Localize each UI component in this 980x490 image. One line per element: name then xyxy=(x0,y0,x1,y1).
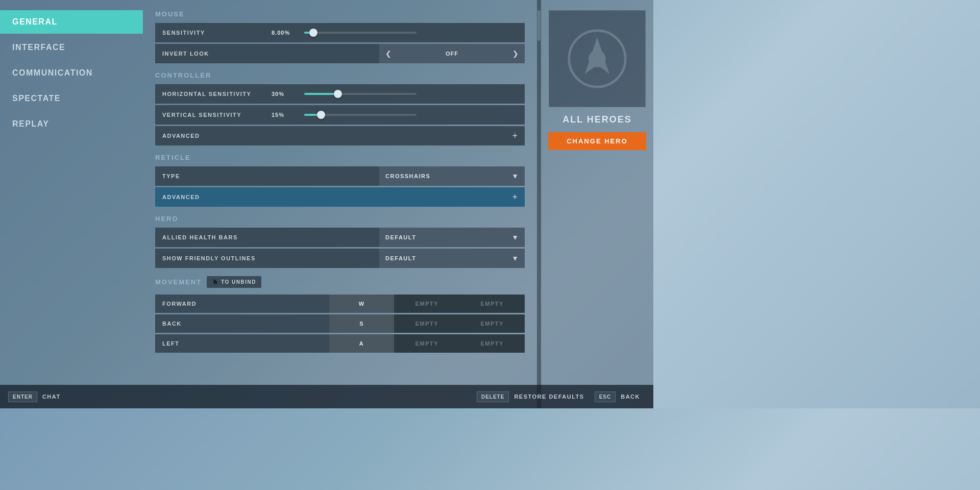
keybind-key-forward[interactable]: W xyxy=(329,295,395,313)
allied-health-value: DEFAULT xyxy=(385,234,416,240)
restore-defaults-label[interactable]: RESTORE DEFAULTS xyxy=(514,394,584,400)
keybind-row-forward: FORWARD W EMPTY EMPTY xyxy=(155,295,525,313)
friendly-outlines-dropdown[interactable]: DEFAULT ▼ xyxy=(379,249,525,268)
bottom-bar: ENTER CHAT DELETE RESTORE DEFAULTS ESC B… xyxy=(0,385,653,408)
unbind-icon: 🖱 xyxy=(212,278,218,286)
controller-section-header: CONTROLLER xyxy=(155,71,525,79)
mouse-section-header: MOUSE xyxy=(155,10,525,18)
scroll-track[interactable] xyxy=(537,0,541,408)
reticle-type-label: TYPE xyxy=(155,173,379,179)
friendly-outlines-label: SHOW FRIENDLY OUTLINES xyxy=(155,255,379,261)
scroll-thumb[interactable] xyxy=(537,10,541,41)
reticle-advanced-plus-icon: + xyxy=(512,192,518,203)
vertical-sensitivity-value: 15% xyxy=(272,112,297,118)
reticle-type-arrow: ▼ xyxy=(511,172,519,180)
friendly-outlines-value: DEFAULT xyxy=(385,255,416,261)
keybind-extra2-left[interactable]: EMPTY xyxy=(459,334,525,353)
invert-look-row: INVERT LOOK ❮ OFF ❯ xyxy=(155,44,525,63)
keybind-extra1-forward[interactable]: EMPTY xyxy=(394,295,459,313)
back-label[interactable]: BACK xyxy=(621,394,640,400)
reticle-advanced-row[interactable]: ADVANCED + xyxy=(155,187,525,207)
sidebar-item-interface[interactable]: INTERFACE xyxy=(0,36,143,59)
right-panel: ALL HEROES CHANGE HERO xyxy=(541,0,653,408)
movement-section-title: MOVEMENT xyxy=(155,278,202,286)
allied-health-dropdown[interactable]: DEFAULT ▼ xyxy=(379,228,525,247)
controller-advanced-row[interactable]: ADVANCED + xyxy=(155,126,525,145)
allied-health-arrow: ▼ xyxy=(511,233,519,241)
sidebar-item-spectate[interactable]: SPECTATE xyxy=(0,87,143,110)
delete-key: DELETE xyxy=(477,391,509,402)
all-heroes-label: ALL HEROES xyxy=(562,114,632,125)
change-hero-button[interactable]: CHANGE HERO xyxy=(548,132,646,150)
unbind-badge[interactable]: 🖱 TO UNBIND xyxy=(207,276,261,288)
keybind-key-back[interactable]: S xyxy=(329,314,395,333)
invert-look-value: OFF xyxy=(446,51,458,57)
allied-health-label: ALLIED HEALTH BARS xyxy=(155,234,379,240)
main-container: GENERAL INTERFACE COMMUNICATION SPECTATE… xyxy=(0,0,653,408)
horizontal-sensitivity-value: 30% xyxy=(272,91,297,97)
sidebar-item-replay[interactable]: REPLAY xyxy=(0,112,143,136)
horizontal-sensitivity-slider[interactable] xyxy=(304,93,416,95)
vertical-sensitivity-row: VERTICAL SENSITIVITY 15% xyxy=(155,105,525,125)
vertical-sensitivity-label: VERTICAL SENSITIVITY xyxy=(162,112,264,118)
invert-look-label: INVERT LOOK xyxy=(155,51,379,57)
hero-portrait xyxy=(549,10,646,107)
invert-right-arrow[interactable]: ❯ xyxy=(512,50,519,58)
horizontal-sensitivity-label: HORIZONTAL SENSITIVITY xyxy=(162,91,264,97)
chat-label: CHAT xyxy=(42,394,61,400)
enter-key: ENTER xyxy=(8,391,37,402)
sidebar-item-communication[interactable]: COMMUNICATION xyxy=(0,61,143,85)
reticle-type-row: TYPE CROSSHAIRS ▼ xyxy=(155,166,525,186)
sensitivity-label: SENSITIVITY xyxy=(162,30,264,36)
invert-left-arrow[interactable]: ❮ xyxy=(385,50,391,58)
reticle-section-header: RETICLE xyxy=(155,154,525,161)
keybind-extra2-back[interactable]: EMPTY xyxy=(459,314,525,333)
movement-header: MOVEMENT 🖱 TO UNBIND xyxy=(155,276,525,288)
keybind-key-left[interactable]: A xyxy=(329,334,395,353)
invert-look-control[interactable]: ❮ OFF ❯ xyxy=(379,44,525,63)
horizontal-sensitivity-row: HORIZONTAL SENSITIVITY 30% xyxy=(155,84,525,104)
esc-key: ESC xyxy=(595,391,616,402)
keybind-row-left: LEFT A EMPTY EMPTY xyxy=(155,334,525,353)
keybind-extra2-forward[interactable]: EMPTY xyxy=(459,295,525,313)
sensitivity-row: SENSITIVITY 8.00% xyxy=(155,23,525,42)
friendly-outlines-arrow: ▼ xyxy=(511,254,519,262)
friendly-outlines-row: SHOW FRIENDLY OUTLINES DEFAULT ▼ xyxy=(155,249,525,268)
keybind-extra1-left[interactable]: EMPTY xyxy=(394,334,459,353)
keybind-extra1-back[interactable]: EMPTY xyxy=(394,314,459,333)
reticle-type-dropdown[interactable]: CROSSHAIRS ▼ xyxy=(379,166,525,186)
vertical-sensitivity-slider[interactable] xyxy=(304,114,416,116)
sidebar-item-general[interactable]: GENERAL xyxy=(0,10,143,34)
reticle-type-value: CROSSHAIRS xyxy=(385,173,430,179)
keybind-action-left: LEFT xyxy=(155,334,329,353)
keybind-action-back: BACK xyxy=(155,314,329,333)
keybind-row-back: BACK S EMPTY EMPTY xyxy=(155,314,525,333)
overwatch-logo-icon xyxy=(567,28,628,89)
unbind-text: TO UNBIND xyxy=(221,279,256,285)
controller-advanced-plus-icon: + xyxy=(512,131,518,141)
keybind-action-forward: FORWARD xyxy=(155,295,329,313)
sidebar: GENERAL INTERFACE COMMUNICATION SPECTATE… xyxy=(0,0,143,408)
sensitivity-slider[interactable] xyxy=(304,32,416,34)
center-content: MOUSE SENSITIVITY 8.00% INVERT LOOK ❮ OF… xyxy=(143,0,537,408)
sensitivity-value: 8.00% xyxy=(272,30,297,36)
keybind-table: FORWARD W EMPTY EMPTY BACK S EMPTY EMPTY… xyxy=(155,293,525,354)
allied-health-row: ALLIED HEALTH BARS DEFAULT ▼ xyxy=(155,228,525,247)
reticle-advanced-label: ADVANCED xyxy=(162,194,512,200)
hero-section-header: HERO xyxy=(155,215,525,223)
controller-advanced-label: ADVANCED xyxy=(162,133,512,139)
